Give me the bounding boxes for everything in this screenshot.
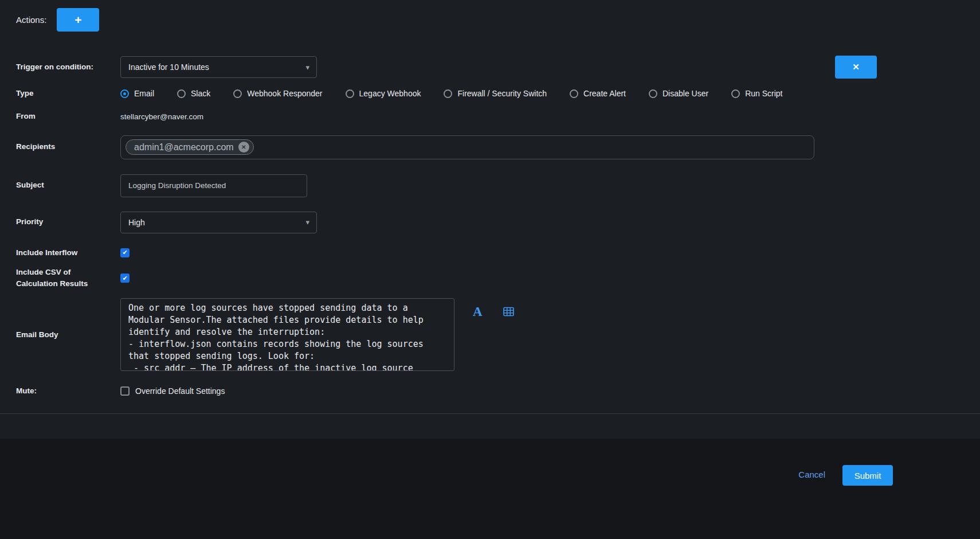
include-interflow-label: Include Interflow bbox=[16, 247, 120, 259]
radio-webhook-responder-label: Webhook Responder bbox=[247, 89, 322, 98]
radio-email[interactable]: Email bbox=[120, 89, 154, 98]
trigger-condition-value: Inactive for 10 Minutes bbox=[128, 63, 209, 72]
remove-action-button[interactable]: ✕ bbox=[835, 56, 877, 79]
radio-unselected-icon bbox=[177, 89, 186, 98]
submit-button[interactable]: Submit bbox=[842, 465, 893, 486]
check-icon: ✔ bbox=[122, 249, 127, 256]
section-divider bbox=[0, 413, 980, 414]
type-radio-group: Email Slack Webhook Responder Legacy Web… bbox=[120, 89, 783, 98]
from-label: From bbox=[16, 111, 120, 122]
radio-webhook-responder[interactable]: Webhook Responder bbox=[233, 89, 322, 98]
radio-unselected-icon bbox=[233, 89, 242, 98]
email-body-textarea[interactable]: One or more log sources have stopped sen… bbox=[120, 298, 454, 371]
footer-bar: Cancel Submit bbox=[0, 439, 980, 539]
chevron-down-icon: ▾ bbox=[305, 218, 309, 226]
trigger-condition-label: Trigger on condition: bbox=[16, 61, 120, 73]
email-body-field: One or more log sources have stopped sen… bbox=[120, 298, 514, 371]
include-interflow-checkbox[interactable]: ✔ bbox=[120, 248, 130, 257]
radio-disable-user[interactable]: Disable User bbox=[649, 89, 708, 98]
mute-label: Mute: bbox=[16, 385, 120, 397]
subject-input[interactable] bbox=[120, 174, 307, 197]
include-interflow-row: Include Interflow ✔ bbox=[0, 247, 980, 259]
type-row: Type Email Slack Webhook Responder Legac… bbox=[0, 88, 980, 99]
insert-table-icon[interactable] bbox=[503, 306, 514, 317]
chevron-down-icon: ▾ bbox=[305, 64, 309, 71]
email-body-label: Email Body bbox=[16, 329, 120, 341]
radio-unselected-icon bbox=[649, 89, 657, 98]
close-icon: ✕ bbox=[852, 62, 860, 72]
recipients-label: Recipients bbox=[16, 141, 120, 153]
type-label: Type bbox=[16, 88, 120, 99]
mute-row: Mute: Override Default Settings bbox=[0, 385, 980, 397]
actions-label: Actions: bbox=[16, 15, 46, 25]
font-format-icon[interactable]: A bbox=[473, 305, 483, 318]
radio-firewall-security-switch-label: Firewall / Security Switch bbox=[457, 89, 547, 98]
priority-label: Priority bbox=[16, 216, 120, 228]
radio-legacy-webhook-label: Legacy Webhook bbox=[359, 89, 421, 98]
include-csv-label: Include CSV of Calculation Results bbox=[16, 267, 120, 290]
chip-remove-icon[interactable]: ✕ bbox=[238, 142, 249, 153]
plus-icon: + bbox=[75, 13, 81, 27]
radio-unselected-icon bbox=[444, 89, 452, 98]
radio-unselected-icon bbox=[570, 89, 578, 98]
radio-email-label: Email bbox=[134, 89, 154, 98]
trigger-condition-select[interactable]: Inactive for 10 Minutes ▾ bbox=[120, 56, 317, 78]
recipients-input[interactable]: admin1@acmecorp.com ✕ bbox=[120, 135, 814, 159]
radio-run-script-label: Run Script bbox=[745, 89, 782, 98]
recipient-chip: admin1@acmecorp.com ✕ bbox=[126, 139, 254, 155]
subject-label: Subject bbox=[16, 179, 120, 191]
subject-row: Subject bbox=[0, 174, 980, 197]
radio-firewall-security-switch[interactable]: Firewall / Security Switch bbox=[444, 89, 547, 98]
mute-override-option[interactable]: Override Default Settings bbox=[120, 386, 225, 396]
radio-legacy-webhook[interactable]: Legacy Webhook bbox=[346, 89, 421, 98]
mute-override-checkbox[interactable] bbox=[120, 386, 130, 396]
radio-run-script[interactable]: Run Script bbox=[731, 89, 782, 98]
recipients-row: Recipients admin1@acmecorp.com ✕ bbox=[0, 135, 980, 159]
cancel-button[interactable]: Cancel bbox=[798, 465, 825, 484]
from-row: From stellarcyber@naver.com bbox=[0, 111, 980, 122]
priority-value: High bbox=[128, 218, 145, 227]
email-body-toolbar: A bbox=[473, 305, 514, 318]
radio-unselected-icon bbox=[731, 89, 740, 98]
radio-unselected-icon bbox=[346, 89, 354, 98]
priority-select[interactable]: High ▾ bbox=[120, 212, 317, 233]
radio-disable-user-label: Disable User bbox=[663, 89, 708, 98]
recipient-chip-text: admin1@acmecorp.com bbox=[134, 142, 234, 153]
trigger-condition-row: Trigger on condition: Inactive for 10 Mi… bbox=[0, 56, 980, 79]
radio-create-alert-label: Create Alert bbox=[583, 89, 626, 98]
actions-header: Actions: + bbox=[0, 0, 980, 32]
action-configuration-page: Actions: + Trigger on condition: Inactiv… bbox=[0, 0, 980, 414]
priority-row: Priority High ▾ bbox=[0, 212, 980, 233]
add-action-button[interactable]: + bbox=[57, 8, 99, 32]
include-csv-checkbox[interactable]: ✔ bbox=[120, 274, 130, 283]
email-body-row: Email Body One or more log sources have … bbox=[0, 298, 980, 371]
radio-create-alert[interactable]: Create Alert bbox=[570, 89, 626, 98]
from-value: stellarcyber@naver.com bbox=[120, 112, 203, 121]
radio-slack-label: Slack bbox=[191, 89, 210, 98]
radio-slack[interactable]: Slack bbox=[177, 89, 210, 98]
check-icon: ✔ bbox=[122, 275, 127, 282]
include-csv-row: Include CSV of Calculation Results ✔ bbox=[0, 267, 980, 290]
radio-selected-icon bbox=[120, 89, 129, 98]
mute-override-label: Override Default Settings bbox=[135, 386, 225, 396]
